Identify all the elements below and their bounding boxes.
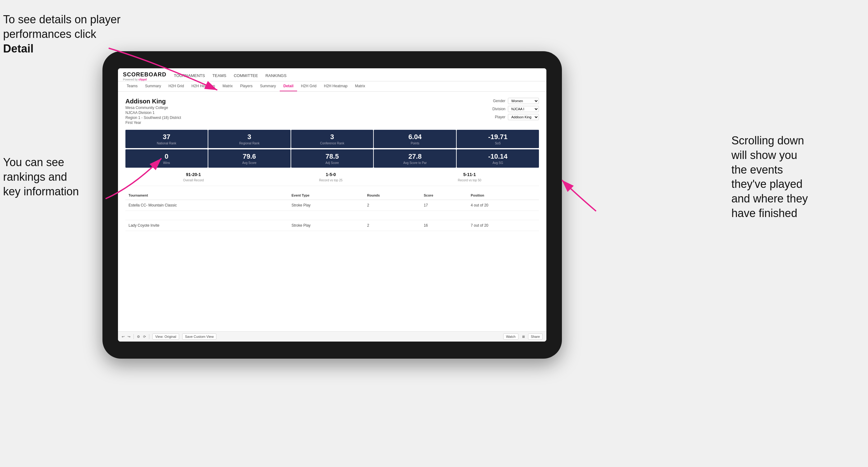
regional-rank-label: Regional Rank xyxy=(211,142,288,145)
record-top50-value: 5-11-1 xyxy=(458,172,482,177)
adj-score-label: Adj Score xyxy=(294,161,371,164)
stat-conference-rank: 3 Conference Rank xyxy=(291,130,373,148)
tournament-name-1: Estella CC- Mountain Classic xyxy=(125,200,288,211)
points-label: Points xyxy=(376,142,454,145)
save-custom-view-button[interactable]: Save Custom View xyxy=(182,334,217,340)
subnav-summary2[interactable]: Summary xyxy=(256,81,279,91)
annotation-bottom-left: You can seerankings andkey information xyxy=(3,155,105,199)
subnav-teams[interactable]: Teams xyxy=(123,81,141,91)
record-top25: 1-5-0 Record vs top 25 xyxy=(319,172,343,183)
nav-teams[interactable]: TEAMS xyxy=(212,71,226,81)
col-rounds: Rounds xyxy=(364,191,421,200)
stat-avg-sg: -10.14 Avg SG xyxy=(457,149,539,168)
view-original-button[interactable]: View: Original xyxy=(152,334,179,340)
nav-rankings[interactable]: RANKINGS xyxy=(266,71,286,81)
annotation-top-left: To see details on player performances cl… xyxy=(3,12,121,56)
regional-rank-value: 3 xyxy=(211,133,288,141)
player-info: Addison King Mesa Community College NJCA… xyxy=(125,98,181,125)
subnav-summary[interactable]: Summary xyxy=(141,81,164,91)
stat-points: 6.04 Points xyxy=(374,130,456,148)
content-area: Addison King Mesa Community College NJCA… xyxy=(118,92,547,331)
table-row: Estella CC- Mountain Classic Stroke Play… xyxy=(125,200,539,211)
stat-adj-score: 78.5 Adj Score xyxy=(291,149,373,168)
rounds-1: 2 xyxy=(364,200,421,211)
position-3: 7 out of 20 xyxy=(468,220,539,231)
tablet-screen: SCOREBOARD Powered by clippd TOURNAMENTS… xyxy=(118,68,547,342)
player-filters: Gender Women Men Division NJCAA I NJCAA … xyxy=(492,98,539,125)
national-rank-label: National Rank xyxy=(128,142,205,145)
subnav-h2h-heatmap[interactable]: H2H Heatmap xyxy=(188,81,219,91)
settings-icon[interactable]: ⚙ xyxy=(137,335,140,339)
col-tournament: Tournament xyxy=(125,191,288,200)
sos-label: SoS xyxy=(459,142,536,145)
stat-avg-score: 79.6 Avg Score xyxy=(208,149,290,168)
table-row-empty xyxy=(125,211,539,220)
points-value: 6.04 xyxy=(376,133,454,141)
player-year: First Year xyxy=(125,121,181,125)
subnav-h2h-grid2[interactable]: H2H Grid xyxy=(297,81,320,91)
record-top50: 5-11-1 Record vs top 50 xyxy=(458,172,482,183)
score-3: 16 xyxy=(421,220,468,231)
sos-value: -19.71 xyxy=(459,133,536,141)
main-nav: TOURNAMENTS TEAMS COMMITTEE RANKINGS xyxy=(174,71,541,81)
record-top25-label: Record vs top 25 xyxy=(319,179,343,182)
rounds-3: 2 xyxy=(364,220,421,231)
monitor-icon: 🖥 xyxy=(522,335,525,338)
stat-sos: -19.71 SoS xyxy=(457,130,539,148)
top-nav: SCOREBOARD Powered by clippd TOURNAMENTS… xyxy=(118,68,547,81)
conference-rank-value: 3 xyxy=(294,133,371,141)
stat-wins: 0 Wins xyxy=(125,149,208,168)
national-rank-value: 37 xyxy=(128,133,205,141)
col-score: Score xyxy=(421,191,468,200)
undo-icon[interactable]: ↩ xyxy=(122,335,124,339)
record-top25-value: 1-5-0 xyxy=(319,172,343,177)
position-1: 4 out of 20 xyxy=(468,200,539,211)
gender-select[interactable]: Women Men xyxy=(508,98,539,104)
player-filter-row: Player Addison King xyxy=(495,114,539,120)
subnav-h2h-grid[interactable]: H2H Grid xyxy=(165,81,188,91)
toolbar-sep-2 xyxy=(149,334,149,339)
nav-tournaments[interactable]: TOURNAMENTS xyxy=(174,71,205,81)
stat-regional-rank: 3 Regional Rank xyxy=(208,130,290,148)
annotation-right: Scrolling downwill show youthe eventsthe… xyxy=(732,133,862,221)
stat-national-rank: 37 National Rank xyxy=(125,130,208,148)
tournament-name-3: Lady Coyote Invite xyxy=(125,220,288,231)
sub-nav: Teams Summary H2H Grid H2H Heatmap Matri… xyxy=(118,81,547,92)
event-type-3: Stroke Play xyxy=(288,220,364,231)
share-button[interactable]: Share xyxy=(528,334,542,340)
overall-record-label: Overall Record xyxy=(183,179,204,182)
gender-label: Gender xyxy=(493,99,505,103)
stat-avg-score-par: 27.8 Avg Score to Par xyxy=(374,149,456,168)
scoreboard-logo: SCOREBOARD xyxy=(123,71,166,78)
avg-score-label: Avg Score xyxy=(211,161,288,164)
toolbar-sep-1 xyxy=(133,334,134,339)
avg-score-value: 79.6 xyxy=(211,152,288,160)
refresh-icon[interactable]: ⟳ xyxy=(143,335,146,339)
stats-grid-row1: 37 National Rank 3 Regional Rank 3 Confe… xyxy=(125,130,539,148)
annotation-right-text: Scrolling downwill show youthe eventsthe… xyxy=(732,134,808,220)
subnav-players[interactable]: Players xyxy=(236,81,256,91)
division-select[interactable]: NJCAA I NJCAA II xyxy=(508,106,539,112)
avg-score-par-value: 27.8 xyxy=(376,152,454,160)
avg-score-par-label: Avg Score to Par xyxy=(376,161,454,164)
record-top50-label: Record vs top 50 xyxy=(458,179,482,182)
subnav-matrix[interactable]: Matrix xyxy=(219,81,237,91)
nav-committee[interactable]: COMMITTEE xyxy=(234,71,258,81)
division-filter-row: Division NJCAA I NJCAA II xyxy=(492,106,539,112)
player-college: Mesa Community College xyxy=(125,105,181,110)
conference-rank-label: Conference Rank xyxy=(294,142,371,145)
col-position: Position xyxy=(468,191,539,200)
subnav-matrix2[interactable]: Matrix xyxy=(351,81,369,91)
overall-record: 91-20-1 Overall Record xyxy=(183,172,204,183)
watch-button[interactable]: Watch xyxy=(503,334,519,340)
stats-grid-row2: 0 Wins 79.6 Avg Score 78.5 Adj Score 27.… xyxy=(125,149,539,168)
player-name: Addison King xyxy=(125,98,181,105)
gender-filter-row: Gender Women Men xyxy=(493,98,539,104)
player-select[interactable]: Addison King xyxy=(508,114,539,120)
subnav-h2h-heatmap2[interactable]: H2H Heatmap xyxy=(320,81,351,91)
player-header: Addison King Mesa Community College NJCA… xyxy=(125,98,539,125)
subnav-detail[interactable]: Detail xyxy=(280,81,298,91)
main-content: Addison King Mesa Community College NJCA… xyxy=(118,92,547,331)
redo-icon[interactable]: ↪ xyxy=(128,335,130,339)
col-event-type: Event Type xyxy=(288,191,364,200)
